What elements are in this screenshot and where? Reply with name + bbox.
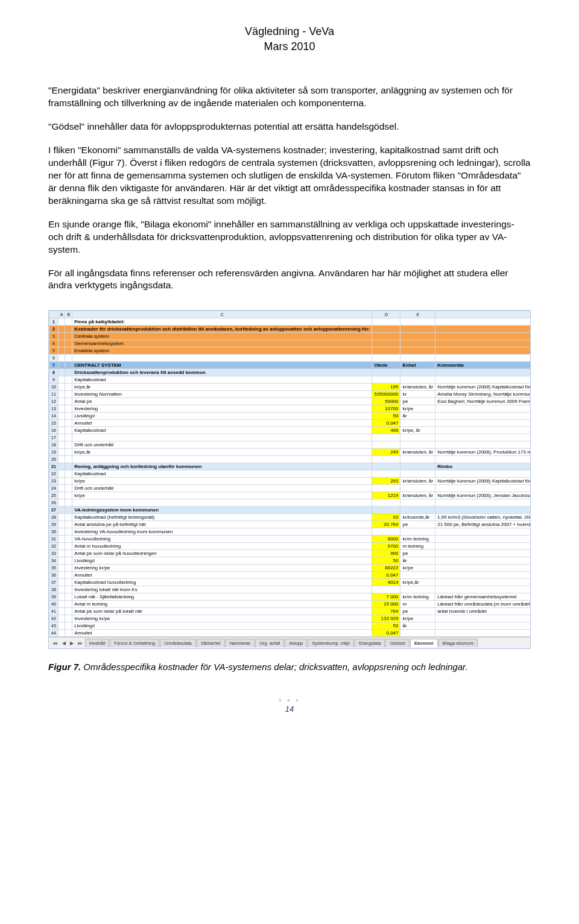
spreadsheet-cell[interactable]: Kostnader för dricksvattenproduktion och… (72, 326, 372, 333)
spreadsheet-cell[interactable] (58, 376, 65, 384)
spreadsheet-cell[interactable] (58, 398, 65, 405)
spreadsheet-cell[interactable] (435, 456, 531, 463)
spreadsheet-cell[interactable]: 293 (372, 478, 400, 485)
row-number[interactable]: 39 (49, 593, 59, 601)
spreadsheet-cell[interactable]: kr/ansluten, år (400, 449, 435, 456)
spreadsheet-cell[interactable]: kr/pe (400, 615, 435, 622)
spreadsheet-cell[interactable]: Annuitet (72, 630, 372, 637)
spreadsheet-cell[interactable]: kr (400, 391, 435, 398)
spreadsheet-cell[interactable]: 0,047 (372, 572, 400, 579)
row-number[interactable]: 4 (49, 340, 59, 347)
spreadsheet-cell[interactable]: kr/pe, år (400, 427, 435, 434)
spreadsheet-cell[interactable] (58, 572, 65, 579)
spreadsheet-cell[interactable] (58, 434, 65, 441)
row-number[interactable]: 9 (49, 376, 59, 384)
sheet-tab[interactable]: Avlopp (285, 639, 307, 647)
spreadsheet-cell[interactable] (65, 470, 72, 478)
spreadsheet-cell[interactable] (65, 586, 72, 593)
spreadsheet-cell[interactable] (400, 572, 435, 579)
spreadsheet-cell[interactable]: 7 000 (372, 593, 400, 601)
tab-nav-next-icon[interactable]: ▶ (68, 641, 75, 646)
spreadsheet-cell[interactable] (58, 355, 65, 362)
spreadsheet-cell[interactable] (58, 601, 65, 608)
spreadsheet-cell[interactable] (65, 434, 72, 441)
row-number[interactable]: 36 (49, 572, 59, 579)
spreadsheet-cell[interactable] (435, 420, 531, 427)
spreadsheet-cell[interactable] (58, 405, 65, 413)
spreadsheet-cell[interactable] (435, 615, 531, 622)
row-number[interactable]: 2 (49, 326, 59, 333)
sheet-tab[interactable]: Bilaga ekonomi (438, 639, 478, 647)
sheet-tab[interactable]: Förord & Omfattning (110, 639, 159, 647)
spreadsheet-cell[interactable] (372, 528, 400, 536)
spreadsheet-cell[interactable] (435, 470, 531, 478)
spreadsheet-cell[interactable]: 900 (372, 550, 400, 557)
spreadsheet-cell[interactable] (65, 499, 72, 507)
spreadsheet-cell[interactable]: Drift och underhåll (72, 441, 372, 449)
spreadsheet-cell[interactable]: 1,95 kr/m3 (Stockholm vatten, nyckeltal,… (435, 514, 531, 521)
sheet-tab[interactable]: Innehåll (85, 639, 109, 647)
row-number[interactable]: 42 (49, 615, 59, 622)
spreadsheet-cell[interactable]: Länkad från områdesdata (m inom området) (435, 601, 531, 608)
tab-nav-last-icon[interactable]: ⏭ (76, 641, 84, 646)
sheet-tab[interactable]: Org. avfall (255, 639, 284, 647)
spreadsheet-cell[interactable]: Kapitalkostnad (72, 427, 372, 434)
spreadsheet-cell[interactable]: 195 (372, 384, 400, 391)
spreadsheet-cell[interactable]: kr/pe,år (72, 449, 372, 456)
spreadsheet-cell[interactable] (58, 550, 65, 557)
spreadsheet-cell[interactable] (372, 434, 400, 441)
spreadsheet-cell[interactable]: 10700 (372, 405, 400, 413)
row-number[interactable]: 14 (49, 413, 59, 420)
spreadsheet-cell[interactable] (435, 427, 531, 434)
spreadsheet-cell[interactable] (435, 507, 531, 514)
spreadsheet-cell[interactable]: Essi Bagheri, Norrtälje kommun 2009 Fram… (435, 398, 531, 405)
spreadsheet-cell[interactable] (400, 630, 435, 637)
spreadsheet-cell[interactable]: m (400, 601, 435, 608)
row-number[interactable]: 28 (49, 514, 59, 521)
row-number[interactable]: 21 (49, 463, 59, 470)
spreadsheet-cell[interactable] (400, 463, 435, 470)
spreadsheet-cell[interactable] (400, 507, 435, 514)
column-header[interactable]: A (58, 311, 65, 318)
spreadsheet-cell[interactable]: år (400, 622, 435, 630)
row-number[interactable]: 34 (49, 557, 59, 565)
spreadsheet-cell[interactable] (435, 565, 531, 572)
spreadsheet-cell[interactable] (65, 579, 72, 586)
spreadsheet-cell[interactable] (58, 586, 65, 593)
spreadsheet-cell[interactable] (372, 333, 400, 340)
spreadsheet-cell[interactable] (65, 507, 72, 514)
sheet-tab[interactable]: Glödsel (385, 639, 409, 647)
spreadsheet-cell[interactable] (435, 355, 531, 362)
spreadsheet-cell[interactable]: 15 000 (372, 601, 400, 608)
spreadsheet-cell[interactable]: 50000 (372, 398, 400, 405)
row-number[interactable]: 31 (49, 536, 59, 543)
spreadsheet-cell[interactable] (400, 340, 435, 347)
spreadsheet-cell[interactable]: Investering VA-huvudledning inom kommune… (72, 528, 372, 536)
spreadsheet-cell[interactable]: Drift och underhåll (72, 485, 372, 492)
spreadsheet-cell[interactable] (372, 347, 400, 355)
spreadsheet-cell[interactable]: 50 (372, 622, 400, 630)
spreadsheet-cell[interactable] (58, 318, 65, 326)
spreadsheet-cell[interactable] (58, 441, 65, 449)
spreadsheet-cell[interactable]: pe (400, 398, 435, 405)
spreadsheet-cell[interactable]: 535000000 (372, 391, 400, 398)
spreadsheet-cell[interactable]: 8000 (372, 536, 400, 543)
spreadsheet-cell[interactable] (372, 340, 400, 347)
spreadsheet-cell[interactable]: kr/m ledning (400, 593, 435, 601)
spreadsheet-cell[interactable] (58, 615, 65, 622)
row-number[interactable]: 30 (49, 528, 59, 536)
spreadsheet-cell[interactable] (65, 398, 72, 405)
spreadsheet-cell[interactable] (65, 333, 72, 340)
spreadsheet-cell[interactable]: Länkad från gemensamhetssystemet (435, 593, 531, 601)
row-number[interactable]: 23 (49, 478, 59, 485)
spreadsheet-cell[interactable] (65, 318, 72, 326)
spreadsheet-cell[interactable]: Norrtälje kommun (2008) Kapitalkostnad f… (435, 478, 531, 485)
spreadsheet-cell[interactable] (400, 326, 435, 333)
spreadsheet-cell[interactable] (58, 384, 65, 391)
row-number[interactable]: 24 (49, 485, 59, 492)
spreadsheet-cell[interactable] (400, 355, 435, 362)
column-header[interactable]: B (65, 311, 72, 318)
row-number[interactable]: 18 (49, 441, 59, 449)
spreadsheet-cell[interactable]: kr/m ledning (400, 536, 435, 543)
spreadsheet-cell[interactable] (65, 536, 72, 543)
